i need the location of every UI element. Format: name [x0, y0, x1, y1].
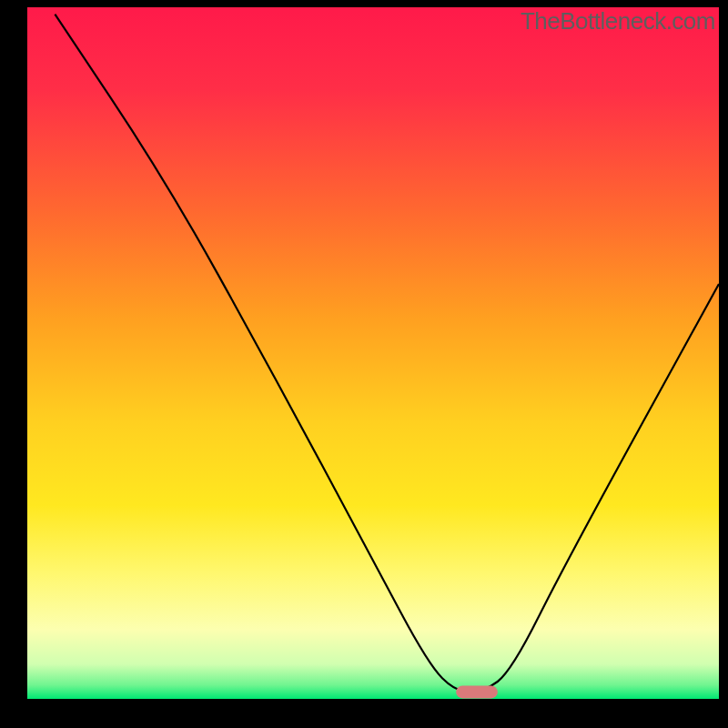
bottleneck-chart — [0, 0, 728, 728]
chart-svg — [0, 0, 728, 728]
watermark-text: TheBottleneck.com — [521, 7, 715, 35]
optimal-marker — [456, 685, 498, 698]
chart-plot-area — [27, 7, 719, 699]
